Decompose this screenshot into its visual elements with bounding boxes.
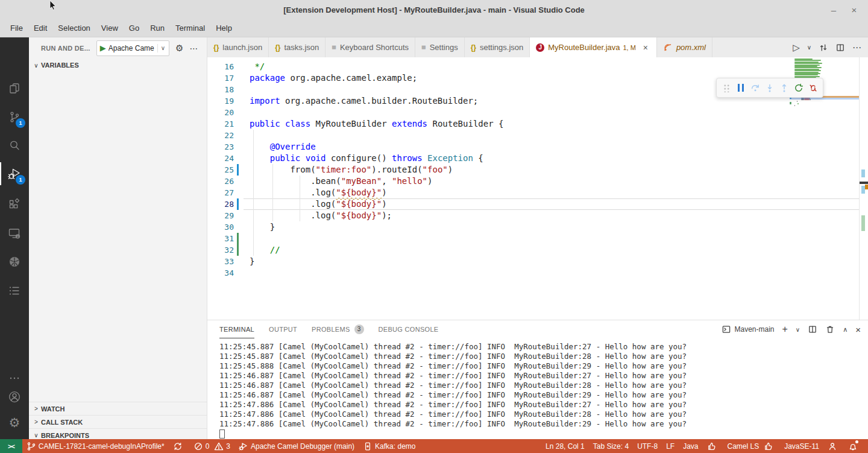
menu-go[interactable]: Go (124, 22, 145, 35)
configure-launch-gear-icon[interactable]: ⚙ (175, 43, 183, 54)
line-number[interactable]: 29 (207, 210, 234, 221)
tab-myroutebuilder-java[interactable]: JMyRouteBuilder.java1, M× (530, 37, 657, 57)
line-number[interactable]: 23 (207, 141, 234, 153)
status-problems[interactable]: 03 (189, 439, 234, 453)
compare-changes-icon[interactable] (819, 43, 828, 52)
maximize-panel-icon[interactable]: ∧ (843, 326, 848, 334)
split-terminal-icon[interactable] (808, 325, 817, 334)
sidebar-more-actions[interactable]: ⋯ (190, 43, 199, 53)
more-icon[interactable]: ⋯ (852, 42, 862, 53)
code-editor[interactable]: 16 */17package org.apache.camel.example;… (207, 57, 868, 320)
status-eol[interactable]: LF (662, 439, 679, 453)
restart-button[interactable] (792, 81, 805, 95)
disconnect-button[interactable] (807, 81, 820, 95)
close-button[interactable]: × (844, 0, 864, 20)
status-notifications[interactable] (844, 439, 864, 453)
status-jdk[interactable]: JavaSE-11 (780, 439, 823, 453)
new-terminal-icon[interactable]: + (782, 324, 788, 335)
activity-account-icon[interactable] (0, 384, 29, 410)
kill-terminal-icon[interactable] (825, 325, 835, 334)
code-line-27[interactable]: 27 .log("${body}") (207, 187, 859, 198)
activity-test-list-icon[interactable] (0, 277, 29, 304)
line-number[interactable]: 22 (207, 130, 234, 141)
line-number[interactable]: 16 (207, 61, 234, 72)
status-camel-ls[interactable]: Camel LS (723, 439, 781, 453)
menu-edit[interactable]: Edit (28, 22, 52, 35)
line-number[interactable]: 18 (207, 84, 234, 95)
code-line-33[interactable]: 33} (207, 256, 859, 267)
status-feedback[interactable] (823, 439, 844, 453)
line-number[interactable]: 17 (207, 72, 234, 84)
menu-help[interactable]: Help (210, 22, 237, 35)
line-number[interactable]: 21 (207, 118, 234, 130)
status-encoding[interactable]: UTF-8 (633, 439, 662, 453)
code-line-30[interactable]: 30 } (207, 221, 859, 233)
terminal-dropdown-icon[interactable]: ∨ (796, 326, 800, 333)
drag-handle-button[interactable] (720, 81, 733, 95)
code-line-20[interactable]: 20 (207, 107, 859, 118)
tab-settings-json[interactable]: {}settings.json (465, 37, 530, 57)
line-number[interactable]: 34 (207, 267, 234, 279)
status-java-status[interactable] (703, 439, 723, 453)
sidebar-section-watch[interactable]: >WATCH (29, 402, 207, 415)
pause-button[interactable] (734, 81, 747, 95)
chevron-down-icon[interactable]: ∨ (807, 44, 811, 51)
sidebar-section-variables[interactable]: ∨VARIABLES (29, 59, 207, 72)
activity-explorer-icon[interactable] (0, 75, 29, 102)
menu-terminal[interactable]: Terminal (170, 22, 210, 35)
line-number[interactable]: 33 (207, 256, 234, 267)
tab-keyboard-shortcuts[interactable]: ≡Keyboard Shortcuts (326, 37, 415, 57)
activity-settings-gear-icon[interactable]: ⚙ (0, 410, 29, 436)
code-line-34[interactable]: 34 (207, 267, 859, 279)
tab-launch-json[interactable]: {}launch.json (207, 37, 269, 57)
tab-settings[interactable]: ≡Settings (415, 37, 465, 57)
run-icon[interactable]: ▷ (793, 42, 800, 53)
sidebar-section-call-stack[interactable]: >CALL STACK (29, 415, 207, 428)
activity-source-control-icon[interactable]: 1 (0, 104, 29, 130)
panel-tab-problems[interactable]: PROBLEMS3 (312, 320, 364, 338)
code-line-26[interactable]: 26 .bean("myBean", "hello") (207, 176, 859, 187)
line-number[interactable]: 25 (207, 164, 234, 176)
status-camel-debugger[interactable]: Apache Camel Debugger (main) (234, 439, 359, 453)
split-editor-icon[interactable] (835, 43, 845, 52)
menu-selection[interactable]: Selection (52, 22, 95, 35)
line-number[interactable]: 32 (207, 244, 234, 256)
line-number[interactable]: 27 (207, 187, 234, 198)
code-line-16[interactable]: 16 */ (207, 61, 859, 72)
launch-config-dropdown[interactable]: ▶ Apache Came ∨ (96, 40, 169, 56)
step-into-button[interactable] (763, 81, 776, 95)
start-debug-icon[interactable]: ▶ (100, 43, 106, 52)
close-tab-icon[interactable]: × (641, 43, 650, 52)
code-line-32[interactable]: 32 // (207, 244, 859, 256)
status-language-mode[interactable]: Java (679, 439, 702, 453)
code-line-29[interactable]: 29 .log("${body}"); (207, 210, 859, 221)
activity-remote-explorer-icon[interactable] (0, 220, 29, 247)
step-over-button[interactable] (749, 81, 762, 95)
status-kafka[interactable]: Kafka: demo (359, 439, 420, 453)
minimize-button[interactable]: – (823, 0, 844, 20)
line-number[interactable]: 19 (207, 95, 234, 107)
panel-tab-terminal[interactable]: TERMINAL (219, 320, 254, 338)
panel-tab-output[interactable]: OUTPUT (269, 320, 297, 338)
terminal-output[interactable]: 11:25:45.887 [Camel (MyCoolCamel) thread… (219, 342, 862, 439)
menu-view[interactable]: View (96, 22, 124, 35)
activity-kubernetes-icon[interactable] (0, 249, 29, 275)
line-number[interactable]: 26 (207, 176, 234, 187)
code-line-24[interactable]: 24 public void configure() throws Except… (207, 153, 859, 164)
status-sync[interactable] (169, 439, 189, 453)
panel-tab-debug-console[interactable]: DEBUG CONSOLE (379, 320, 439, 338)
code-line-25[interactable]: 25 from("timer:foo").routeId("foo") (207, 164, 859, 176)
close-panel-icon[interactable]: × (855, 325, 861, 335)
tab-pom-xml[interactable]: pom.xml (657, 37, 712, 57)
status-branch[interactable]: CAMEL-17821-camel-debugInAProfile* (22, 439, 169, 453)
code-line-31[interactable]: 31 (207, 233, 859, 244)
terminal-picker[interactable]: Maven-main (722, 325, 774, 334)
line-number[interactable]: 31 (207, 233, 234, 244)
code-line-21[interactable]: 21public class MyRouteBuilder extends Ro… (207, 118, 859, 130)
line-number[interactable]: 20 (207, 107, 234, 118)
line-number[interactable]: 30 (207, 221, 234, 233)
menu-run[interactable]: Run (145, 22, 170, 35)
step-out-button[interactable] (778, 81, 791, 95)
activity-extensions-icon[interactable] (0, 191, 29, 218)
line-number[interactable]: 24 (207, 153, 234, 164)
